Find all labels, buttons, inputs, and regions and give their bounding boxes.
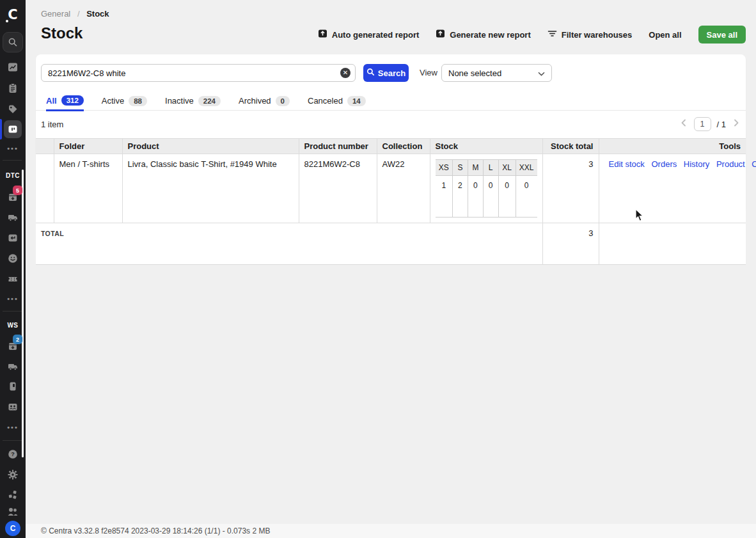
chevron-right-icon[interactable] <box>732 118 741 130</box>
user-avatar[interactable]: C <box>5 521 20 536</box>
sidebar-divider <box>3 160 22 161</box>
open-link[interactable]: Open <box>752 159 756 169</box>
breadcrumb: General / Stock <box>41 9 109 19</box>
save-all-button[interactable]: Save all <box>698 26 746 44</box>
size-quantity-grid: XS S M L XL XXL 1 2 0 0 0 <box>436 159 537 218</box>
size-label: XXL <box>516 160 537 176</box>
size-label: XL <box>498 160 516 176</box>
search-input[interactable] <box>41 64 356 82</box>
sidebar-scrollbar[interactable] <box>22 170 24 457</box>
edit-stock-link[interactable]: Edit stock <box>609 159 645 169</box>
logo-letter: C <box>8 7 17 22</box>
collection-cell: AW22 <box>377 154 430 223</box>
column-stock-total: Stock total <box>542 139 599 154</box>
search-button[interactable]: Search <box>363 64 409 82</box>
column-product: Product <box>122 139 299 154</box>
tab-canceled[interactable]: Canceled 14 <box>308 91 366 111</box>
size-label: M <box>468 160 483 176</box>
tab-label: Active <box>102 96 124 106</box>
chevron-left-icon[interactable] <box>679 118 688 130</box>
logo-dot <box>6 20 8 22</box>
centra-logo-icon[interactable]: C <box>0 5 26 24</box>
column-collection: Collection <box>377 139 430 154</box>
total-row: TOTAL 3 <box>36 223 746 265</box>
page-number-input[interactable] <box>694 117 711 131</box>
total-stock-cell: 3 <box>542 223 599 265</box>
search-button-label: Search <box>378 68 406 78</box>
tab-count-badge: 0 <box>276 96 290 106</box>
quantity-value[interactable]: 0 <box>468 176 483 218</box>
sidebar: C ••• DTC 5 <box>0 0 26 538</box>
sidebar-item-analytics[interactable] <box>0 61 26 73</box>
auto-generated-report-button[interactable]: Auto generated report <box>318 29 420 40</box>
tab-count-badge: 14 <box>347 96 366 106</box>
ticket-icon <box>7 273 19 285</box>
sidebar-item-settings[interactable] <box>0 469 26 480</box>
open-all-button[interactable]: Open all <box>649 30 681 40</box>
sidebar-divider <box>3 440 22 441</box>
clear-search-icon[interactable]: ✕ <box>340 68 350 78</box>
column-stock: Stock <box>430 139 542 154</box>
sidebar-search-button[interactable] <box>3 32 23 52</box>
active-indicator-bar <box>0 119 2 139</box>
folder-cell: Men / T-shirts <box>54 154 122 223</box>
tab-active[interactable]: Active 88 <box>102 91 147 111</box>
view-select[interactable]: None selected <box>441 64 552 82</box>
quantity-value[interactable]: 0 <box>516 176 537 218</box>
tab-label: Inactive <box>165 96 194 106</box>
tab-label: Canceled <box>308 96 343 106</box>
tab-count-badge: 224 <box>198 96 221 106</box>
size-label: XS <box>436 160 453 176</box>
column-folder: Folder <box>54 139 122 154</box>
size-header-row: XS S M L XL XXL <box>436 160 537 176</box>
invoice-phone-icon <box>7 381 19 392</box>
truck-icon <box>7 212 19 223</box>
header-actions: Auto generated report Generate new repor… <box>318 26 746 44</box>
size-label: S <box>453 160 468 176</box>
tab-count-badge: 88 <box>129 96 147 106</box>
quantity-value[interactable]: 2 <box>453 176 468 218</box>
open-all-label: Open all <box>649 30 681 40</box>
stock-table: Folder Product Product number Collection… <box>36 138 746 265</box>
sidebar-item-orders[interactable] <box>0 83 26 94</box>
history-link[interactable]: History <box>684 159 709 169</box>
page-total: / 1 <box>717 120 726 129</box>
total-label: TOTAL <box>41 230 64 237</box>
search-icon <box>366 68 375 78</box>
breadcrumb-section[interactable]: General <box>41 9 70 19</box>
settings-gear-icon <box>7 469 19 480</box>
product-link[interactable]: Product <box>716 159 745 169</box>
integrations-cubes-icon <box>7 489 19 501</box>
sidebar-item-stock[interactable] <box>4 120 22 138</box>
total-tools-cell <box>599 223 746 265</box>
generate-new-report-button[interactable]: Generate new report <box>436 29 530 40</box>
table-header-row: Folder Product Product number Collection… <box>36 139 746 154</box>
accounts-people-icon <box>7 401 19 413</box>
quantity-value[interactable]: 0 <box>483 176 498 218</box>
sidebar-item-products[interactable] <box>0 104 26 115</box>
quantity-value[interactable]: 1 <box>436 176 453 218</box>
product-cell: Livra, Classic basic T-Shirt, #1949 Whit… <box>122 154 299 223</box>
truck-icon <box>7 361 19 372</box>
tab-inactive[interactable]: Inactive 224 <box>165 91 221 111</box>
filter-icon <box>547 29 557 40</box>
tab-all[interactable]: All 312 <box>46 92 84 111</box>
tab-count-badge: 312 <box>61 95 84 106</box>
tools-cell: Edit stock Orders History Product Open <box>599 154 746 223</box>
filter-warehouses-label: Filter warehouses <box>562 30 633 40</box>
stock-card: ✕ Search View None selected All 312 Acti… <box>36 54 746 213</box>
ellipsis-icon: ••• <box>7 295 19 303</box>
dtc-label: DTC <box>6 172 20 179</box>
auto-generated-report-label: Auto generated report <box>332 30 420 40</box>
analytics-icon <box>7 61 19 73</box>
filter-warehouses-button[interactable]: Filter warehouses <box>547 29 633 40</box>
sidebar-item-integrations[interactable] <box>0 489 26 501</box>
stock-cell: XS S M L XL XXL 1 2 0 0 0 <box>430 154 542 223</box>
help-question-icon: ? <box>7 448 19 460</box>
report-export-icon <box>436 29 445 40</box>
orders-link[interactable]: Orders <box>651 159 677 169</box>
tab-archived[interactable]: Archived 0 <box>239 91 290 111</box>
quantity-value[interactable]: 0 <box>498 176 516 218</box>
sidebar-item-users[interactable] <box>0 508 26 516</box>
sidebar-more-general[interactable]: ••• <box>0 145 26 152</box>
